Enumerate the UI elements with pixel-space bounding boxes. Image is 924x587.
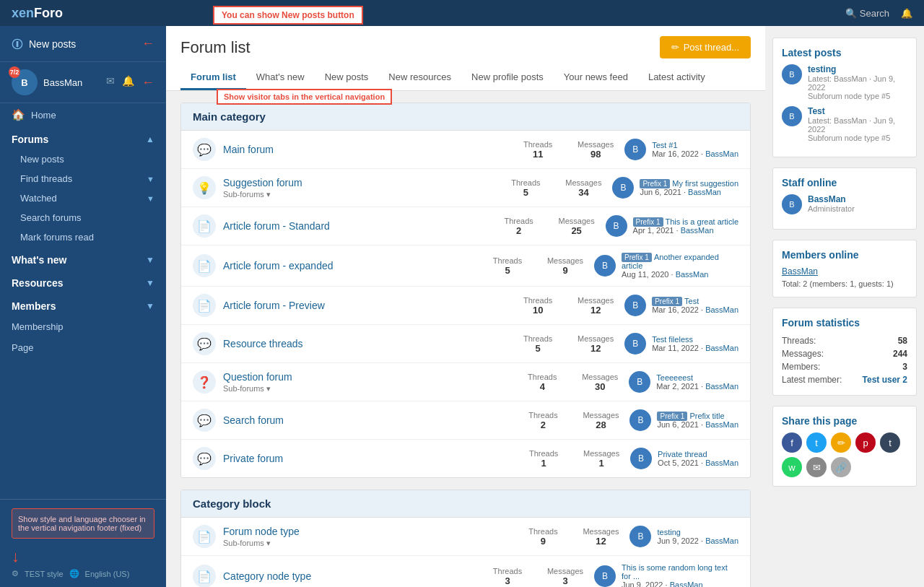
last-title-resource[interactable]: Test fileless [652, 335, 693, 344]
latest-post-link-test[interactable]: Test [808, 106, 907, 116]
sidebar-item-forums[interactable]: Forums ▲ [0, 126, 166, 149]
sidebar-item-resources[interactable]: Resources ▼ [0, 270, 166, 293]
forum-name-standard[interactable]: Article forum - Standard [223, 220, 330, 232]
last-user-private[interactable]: BassMan [705, 458, 738, 467]
last-info-search: Prefix 1Prefix title Jun 6, 2021 · BassM… [657, 412, 738, 429]
last-title-forumnode[interactable]: testing [657, 528, 680, 536]
page-header-top: Forum list ✏ Post thread... [180, 36, 751, 58]
forums-label: Forums [12, 134, 48, 145]
latest-member-link[interactable]: Test user 2 [863, 375, 907, 385]
share-twitter-icon[interactable]: t [806, 432, 827, 453]
alerts-icon[interactable]: 🔔 [122, 75, 134, 90]
forum-name-resource[interactable]: Resource threads [223, 338, 303, 349]
forum-name-search[interactable]: Search forum [223, 414, 284, 426]
sidebar-item-markread[interactable]: Mark forums read [0, 227, 166, 247]
forum-name-suggestion[interactable]: Suggestion forum [223, 177, 302, 188]
forum-last-suggestion: B Prefix 1My first suggestion Jun 6, 202… [612, 177, 738, 199]
last-user-suggestion[interactable]: BassMan [688, 188, 721, 196]
language-label[interactable]: English (US) [85, 570, 130, 578]
messages-icon[interactable]: ✉ [106, 75, 115, 90]
sidebar-item-page[interactable]: Page [0, 337, 166, 358]
last-title-search[interactable]: Prefix 1Prefix title [657, 412, 724, 420]
search-link[interactable]: 🔍 Search [845, 8, 889, 19]
forum-info-forumnode: Forum node type Sub-forums ▾ [223, 526, 514, 548]
tab-yournewsfeed[interactable]: Your news feed [554, 66, 638, 90]
avatar-private: B [630, 448, 652, 469]
sidebar-item-members[interactable]: Members ▼ [0, 293, 166, 316]
share-mail-icon[interactable]: ✉ [806, 457, 827, 477]
staff-user-link[interactable]: BassMan [808, 194, 855, 204]
last-title-catnode[interactable]: This is some random long text for ... [622, 563, 728, 581]
markread-label: Mark forums read [20, 232, 94, 243]
notification-icon[interactable]: 🔔 [901, 8, 912, 19]
widget-info-test: Test Latest: BassMan · Jun 9, 2022 Subfo… [808, 106, 907, 142]
share-facebook-icon[interactable]: f [782, 432, 802, 453]
last-user-preview[interactable]: BassMan [705, 305, 738, 314]
style-label[interactable]: TEST style [25, 570, 64, 578]
tab-newresources[interactable]: New resources [378, 66, 461, 90]
sidebar-item-whatsnew[interactable]: What's new ▼ [0, 247, 166, 270]
last-user-forumnode[interactable]: BassMan [705, 536, 738, 545]
forum-name-question[interactable]: Question forum [223, 371, 292, 383]
latest-post-link-testing[interactable]: testing [808, 64, 907, 74]
widget-forum-stats: Forum statistics Threads: 58 Messages: 2… [772, 308, 917, 396]
sidebar-item-membership[interactable]: Membership [0, 316, 166, 337]
avatar[interactable]: 7/2 B [12, 69, 38, 95]
table-row: ❓ Question forum Sub-forums ▾ Threads4 M… [181, 363, 750, 401]
last-user-expanded[interactable]: BassMan [676, 270, 709, 279]
members-chevron: ▼ [146, 301, 154, 311]
tab-forumlist[interactable]: Forum list [180, 66, 246, 90]
avatar-standard: B [606, 215, 627, 237]
tab-newposts[interactable]: New posts [315, 66, 379, 90]
sidebar-item-searchforums[interactable]: Search forums [0, 208, 166, 227]
sidebar: New posts ← 7/2 B BassMan ✉ 🔔 ← 🏠 Home F… [0, 26, 166, 587]
share-pinterest-icon[interactable]: p [855, 432, 876, 453]
sidebar-bottom-links: ⚙ TEST style 🌐 English (US) [12, 569, 154, 578]
online-user-link[interactable]: BassMan [782, 266, 818, 277]
forum-name-preview[interactable]: Article forum - Preview [223, 300, 325, 311]
sidebar-item-newposts[interactable]: New posts [0, 149, 166, 169]
last-title-main[interactable]: Test #1 [652, 141, 677, 149]
last-user-resource[interactable]: BassMan [705, 344, 738, 352]
last-user-catnode[interactable]: BassMan [670, 581, 703, 587]
last-title-preview[interactable]: Prefix 1Test [652, 297, 699, 305]
share-icons: f t ✏ p t w ✉ 🔗 [782, 432, 907, 477]
forum-name-private[interactable]: Private forum [223, 453, 283, 464]
tab-latestactivity[interactable]: Latest activity [638, 66, 715, 90]
findthreads-label: Find threads [20, 173, 72, 184]
post-thread-button[interactable]: ✏ Post thread... [660, 36, 751, 58]
forum-name-main[interactable]: Main forum [223, 144, 274, 155]
last-title-expanded[interactable]: Prefix 1Another expanded article [622, 253, 719, 270]
last-user-question[interactable]: BassMan [705, 382, 738, 391]
forum-name-expanded[interactable]: Article forum - expanded [223, 260, 334, 271]
tab-newprofileposts[interactable]: New profile posts [461, 66, 554, 90]
page-title: Forum list [180, 38, 250, 57]
last-title-question[interactable]: Teeeeeest [656, 373, 693, 382]
tab-whatsnew[interactable]: What's new [246, 66, 315, 90]
category-main: Main category 💬 Main forum Threads11 Mes… [180, 103, 751, 478]
last-title-private[interactable]: Private thread [658, 450, 707, 458]
last-user-main[interactable]: BassMan [705, 149, 738, 158]
forums-chevron: ▲ [146, 134, 154, 144]
last-user-standard[interactable]: BassMan [681, 226, 714, 235]
last-title-suggestion[interactable]: Prefix 1My first suggestion [640, 179, 738, 188]
resources-label: Resources [12, 277, 64, 289]
share-whatsapp-icon[interactable]: w [782, 457, 802, 477]
avatar-badge: 7/2 [9, 66, 20, 78]
forum-sub-question: Sub-forums ▾ [223, 384, 513, 393]
share-link-icon[interactable]: 🔗 [831, 457, 851, 477]
widget-info-staff: BassMan Administrator [808, 194, 855, 213]
sidebar-newposts-btn[interactable]: New posts ← [0, 26, 166, 62]
list-item: B Test Latest: BassMan · Jun 9, 2022 Sub… [782, 106, 907, 142]
share-tumblr-icon[interactable]: t [880, 432, 900, 453]
stat-row-latest-member: Latest member: Test user 2 [782, 373, 907, 386]
last-info-private: Private thread Oct 5, 2021 · BassMan [658, 450, 738, 467]
forum-name-catnode[interactable]: Category node type [223, 570, 311, 582]
share-edit-icon[interactable]: ✏ [831, 432, 851, 453]
sidebar-item-home[interactable]: 🏠 Home [0, 103, 166, 126]
sidebar-item-findthreads[interactable]: Find threads ▼ [0, 169, 166, 188]
sidebar-item-watched[interactable]: Watched ▼ [0, 188, 166, 208]
forum-name-forumnode[interactable]: Forum node type [223, 526, 300, 537]
last-user-search[interactable]: BassMan [705, 420, 738, 429]
last-title-standard[interactable]: Prefix 1This is a great article [633, 217, 738, 226]
